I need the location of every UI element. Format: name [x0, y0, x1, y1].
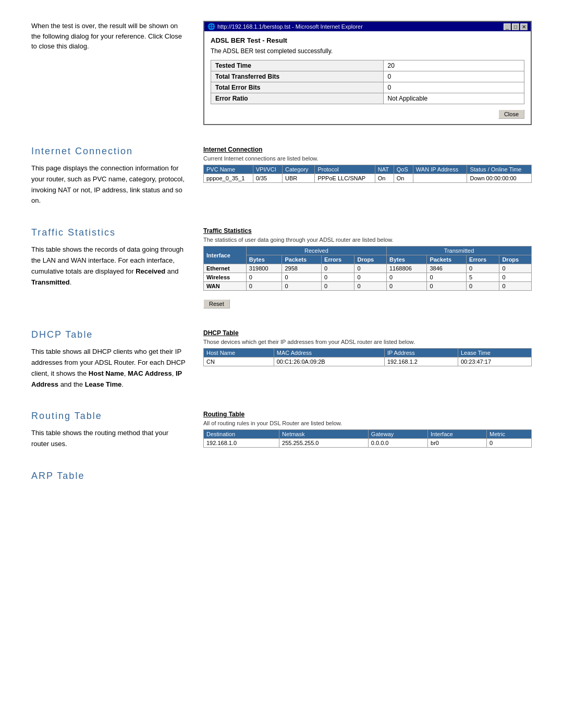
routing-cell: 192.168.1.0 — [204, 439, 279, 448]
traffic-sub-header: Packets — [427, 255, 467, 264]
traffic-cell: 319800 — [246, 264, 282, 273]
internet-widget-subtitle: Current Internet connections are listed … — [203, 155, 532, 162]
reset-button[interactable]: Reset — [203, 299, 230, 309]
interface-name: WAN — [204, 282, 247, 291]
dhcp-title: DHCP Table — [31, 329, 188, 340]
dhcp-cell: 00:23:47:17 — [458, 357, 531, 366]
ber-value: Not Applicable — [383, 93, 524, 104]
routing-widget-title: Routing Table — [203, 411, 532, 418]
interface-name: Wireless — [204, 273, 247, 282]
minimize-button[interactable]: _ — [504, 23, 511, 30]
traffic-sub-header: Drops — [354, 255, 387, 264]
routing-col-header: Metric — [487, 430, 532, 439]
dhcp-col-header: MAC Address — [274, 349, 384, 357]
traffic-table-row: Ethernet3198002958001168806384600 — [204, 264, 532, 273]
window-controls: _ □ ✕ — [504, 23, 528, 30]
internet-col-header: NAT — [375, 165, 394, 174]
close-button-row: Close — [211, 109, 524, 119]
internet-table: PVC NameVPI/VCICategoryProtocolNATQoSWAN… — [203, 165, 532, 183]
routing-cell: 0.0.0.0 — [368, 439, 427, 448]
dialog-title: ADSL BER Test - Result — [211, 36, 524, 44]
ber-label: Total Transferred Bits — [211, 71, 384, 82]
close-button[interactable]: Close — [498, 109, 524, 119]
internet-widget-title: Internet Connection — [203, 146, 532, 153]
traffic-cell: 0 — [386, 273, 426, 282]
traffic-cell: 0 — [246, 282, 282, 291]
traffic-cell: 0 — [354, 273, 387, 282]
close-window-button[interactable]: ✕ — [520, 23, 528, 30]
internet-right: Internet Connection Current Internet con… — [203, 146, 532, 206]
traffic-cell: 1168806 — [386, 264, 426, 273]
internet-table-row: pppoe_0_35_10/35UBRPPPoE LLC/SNAPOnOnDow… — [204, 174, 532, 183]
traffic-sub-header: Bytes — [246, 255, 282, 264]
arp-section: ARP Table — [31, 471, 532, 488]
routing-col-header: Destination — [204, 430, 279, 439]
traffic-cell: 0 — [427, 273, 467, 282]
traffic-sub-header: Errors — [467, 255, 499, 264]
received-header: Received — [246, 246, 386, 255]
top-section: When the test is over, the result will b… — [31, 21, 532, 125]
dhcp-widget-subtitle: Those devices which get their IP address… — [203, 339, 532, 345]
routing-col-header: Netmask — [279, 430, 369, 439]
internet-cell: PPPoE LLC/SNAP — [315, 174, 375, 183]
internet-col-header: PVC Name — [204, 165, 253, 174]
ber-result-table: Tested Time20Total Transferred Bits0Tota… — [211, 60, 524, 104]
interface-name: Ethernet — [204, 264, 247, 273]
routing-right: Routing Table All of routing rules in yo… — [203, 411, 532, 450]
ber-table-row: Total Transferred Bits0 — [211, 71, 524, 82]
traffic-left: Traffic Statistics This table shows the … — [31, 227, 188, 309]
ber-value: 20 — [383, 60, 524, 71]
routing-cell: 0 — [487, 439, 532, 448]
traffic-table: Interface Received Transmitted BytesPack… — [203, 246, 532, 291]
internet-cell: On — [375, 174, 394, 183]
dhcp-col-header: IP Address — [384, 349, 458, 357]
dhcp-widget-title: DHCP Table — [203, 329, 532, 337]
traffic-cell: 5 — [467, 273, 499, 282]
traffic-cell: 0 — [282, 273, 322, 282]
routing-col-header: Gateway — [368, 430, 427, 439]
traffic-cell: 0 — [467, 264, 499, 273]
transmitted-header: Transmitted — [386, 246, 531, 255]
traffic-widget-title: Traffic Statistics — [203, 227, 532, 235]
maximize-button[interactable]: □ — [512, 23, 519, 30]
browser-title-text: 🌐 http://192.168.1.1/berstop.tst - Micro… — [207, 23, 363, 30]
internet-cell: pppoe_0_35_1 — [204, 174, 253, 183]
dhcp-right: DHCP Table Those devices which get their… — [203, 329, 532, 390]
ber-table-row: Total Error Bits0 — [211, 82, 524, 93]
traffic-title: Traffic Statistics — [31, 227, 188, 238]
browser-content: ADSL BER Test - Result The ADSL BER test… — [204, 31, 531, 124]
dhcp-cell: 192.168.1.2 — [384, 357, 458, 366]
dhcp-cell: CN — [204, 357, 274, 366]
routing-desc: This table shows the routing method that… — [31, 428, 188, 450]
traffic-cell: 0 — [499, 282, 532, 291]
internet-col-header: Status / Online Time — [467, 165, 532, 174]
traffic-desc: This table shows the records of data goi… — [31, 244, 188, 288]
traffic-cell: 0 — [322, 264, 354, 273]
traffic-cell: 0 — [386, 282, 426, 291]
routing-cell: 255.255.255.0 — [279, 439, 369, 448]
arp-title: ARP Table — [31, 471, 188, 482]
dhcp-desc: This table shows all DHCP clients who ge… — [31, 347, 188, 390]
ber-table-row: Error RatioNot Applicable — [211, 93, 524, 104]
traffic-cell: 3846 — [427, 264, 467, 273]
arp-left: ARP Table — [31, 471, 188, 488]
internet-col-header: Category — [282, 165, 314, 174]
reset-button-row: Reset — [203, 295, 532, 309]
ber-label: Tested Time — [211, 60, 384, 71]
dhcp-cell: 00:C1:26:0A:09:2B — [274, 357, 384, 366]
traffic-cell: 0 — [499, 273, 532, 282]
internet-section: Internet Connection This page displays t… — [31, 146, 532, 206]
dialog-subtitle: The ADSL BER test completed successfully… — [211, 47, 524, 55]
dhcp-table: Host NameMAC AddressIP AddressLease Time… — [203, 348, 532, 366]
browser-titlebar: 🌐 http://192.168.1.1/berstop.tst - Micro… — [204, 22, 531, 31]
internet-col-header: Protocol — [315, 165, 375, 174]
routing-table-row: 192.168.1.0255.255.255.00.0.0.0br00 — [204, 439, 532, 448]
internet-cell: 0/35 — [253, 174, 282, 183]
ber-table-row: Tested Time20 — [211, 60, 524, 71]
interface-header: Interface — [204, 246, 247, 264]
internet-col-header: QoS — [394, 165, 413, 174]
arp-right — [203, 471, 532, 488]
routing-widget-subtitle: All of routing rules in your DSL Router … — [203, 420, 532, 426]
traffic-cell: 0 — [467, 282, 499, 291]
internet-title: Internet Connection — [31, 146, 188, 157]
